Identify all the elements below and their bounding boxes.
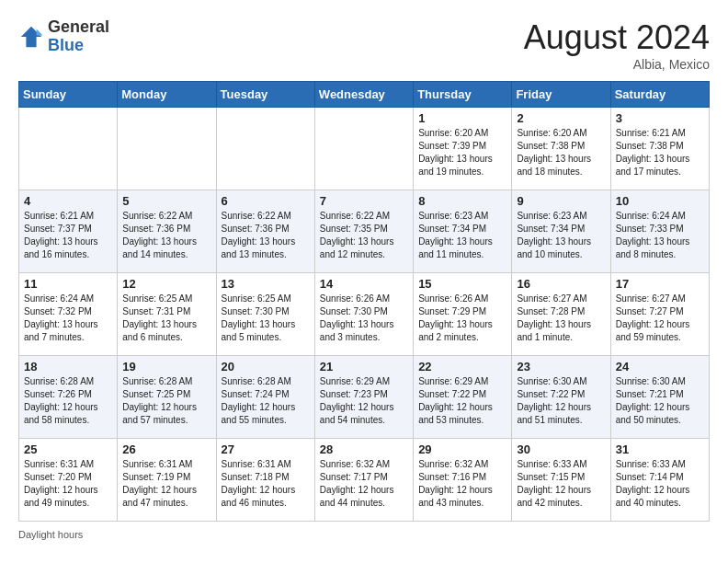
calendar-cell: 11Sunrise: 6:24 AM Sunset: 7:32 PM Dayli… <box>19 273 118 356</box>
calendar-cell: 31Sunrise: 6:33 AM Sunset: 7:14 PM Dayli… <box>610 439 709 522</box>
calendar-cell: 13Sunrise: 6:25 AM Sunset: 7:30 PM Dayli… <box>216 273 314 356</box>
day-number: 18 <box>24 360 112 373</box>
day-info: Sunrise: 6:22 AM Sunset: 7:36 PM Dayligh… <box>122 210 210 261</box>
day-info: Sunrise: 6:28 AM Sunset: 7:24 PM Dayligh… <box>222 375 310 427</box>
calendar-cell: 18Sunrise: 6:28 AM Sunset: 7:26 PM Dayli… <box>19 356 118 439</box>
calendar-cell <box>19 108 118 190</box>
day-number: 9 <box>517 194 605 208</box>
day-number: 7 <box>320 194 408 208</box>
day-info: Sunrise: 6:30 AM Sunset: 7:22 PM Dayligh… <box>517 375 605 427</box>
calendar-cell: 3Sunrise: 6:21 AM Sunset: 7:38 PM Daylig… <box>610 108 709 190</box>
calendar-cell: 22Sunrise: 6:29 AM Sunset: 7:22 PM Dayli… <box>414 356 512 439</box>
day-info: Sunrise: 6:23 AM Sunset: 7:34 PM Dayligh… <box>517 210 605 261</box>
day-number: 1 <box>418 111 506 125</box>
weekday-header-monday: Monday <box>118 82 216 108</box>
logo-general-text: General <box>48 17 109 36</box>
day-number: 17 <box>616 277 704 291</box>
day-info: Sunrise: 6:28 AM Sunset: 7:25 PM Dayligh… <box>122 375 210 427</box>
day-number: 16 <box>517 277 605 291</box>
day-info: Sunrise: 6:20 AM Sunset: 7:39 PM Dayligh… <box>418 127 506 178</box>
day-info: Sunrise: 6:29 AM Sunset: 7:23 PM Dayligh… <box>320 375 408 427</box>
day-number: 3 <box>616 111 704 125</box>
day-info: Sunrise: 6:33 AM Sunset: 7:15 PM Dayligh… <box>517 458 605 510</box>
calendar-week-row: 4Sunrise: 6:21 AM Sunset: 7:37 PM Daylig… <box>19 190 710 273</box>
calendar-cell: 29Sunrise: 6:32 AM Sunset: 7:16 PM Dayli… <box>414 439 512 522</box>
logo-icon <box>18 24 44 50</box>
day-number: 11 <box>24 277 112 291</box>
calendar-cell: 2Sunrise: 6:20 AM Sunset: 7:38 PM Daylig… <box>512 108 610 190</box>
calendar-cell: 4Sunrise: 6:21 AM Sunset: 7:37 PM Daylig… <box>19 190 118 273</box>
calendar-cell <box>118 108 216 190</box>
calendar-cell: 6Sunrise: 6:22 AM Sunset: 7:36 PM Daylig… <box>216 190 314 273</box>
day-number: 4 <box>24 194 112 208</box>
day-info: Sunrise: 6:22 AM Sunset: 7:36 PM Dayligh… <box>222 210 310 261</box>
page-header: General Blue August 2024 Albia, Mexico <box>18 18 710 72</box>
calendar-cell <box>314 108 413 190</box>
day-number: 20 <box>222 360 310 373</box>
day-number: 31 <box>616 442 704 456</box>
calendar-week-row: 18Sunrise: 6:28 AM Sunset: 7:26 PM Dayli… <box>19 356 710 439</box>
day-info: Sunrise: 6:32 AM Sunset: 7:17 PM Dayligh… <box>320 458 408 510</box>
calendar-header: SundayMondayTuesdayWednesdayThursdayFrid… <box>19 82 710 108</box>
calendar-week-row: 25Sunrise: 6:31 AM Sunset: 7:20 PM Dayli… <box>19 439 710 522</box>
day-info: Sunrise: 6:24 AM Sunset: 7:33 PM Dayligh… <box>616 210 704 261</box>
calendar-cell: 5Sunrise: 6:22 AM Sunset: 7:36 PM Daylig… <box>118 190 216 273</box>
calendar-cell: 30Sunrise: 6:33 AM Sunset: 7:15 PM Dayli… <box>512 439 610 522</box>
calendar-cell: 28Sunrise: 6:32 AM Sunset: 7:17 PM Dayli… <box>314 439 413 522</box>
calendar-cell: 1Sunrise: 6:20 AM Sunset: 7:39 PM Daylig… <box>414 108 512 190</box>
day-number: 14 <box>320 277 408 291</box>
calendar-cell: 27Sunrise: 6:31 AM Sunset: 7:18 PM Dayli… <box>216 439 314 522</box>
calendar-week-row: 1Sunrise: 6:20 AM Sunset: 7:39 PM Daylig… <box>19 108 710 190</box>
day-number: 27 <box>222 442 310 456</box>
calendar-cell: 20Sunrise: 6:28 AM Sunset: 7:24 PM Dayli… <box>216 356 314 439</box>
calendar-cell: 7Sunrise: 6:22 AM Sunset: 7:35 PM Daylig… <box>314 190 413 273</box>
footer: Daylight hours <box>18 529 710 540</box>
day-number: 23 <box>517 360 605 373</box>
calendar-table: SundayMondayTuesdayWednesdayThursdayFrid… <box>18 81 710 522</box>
weekday-header-row: SundayMondayTuesdayWednesdayThursdayFrid… <box>19 82 710 108</box>
day-info: Sunrise: 6:22 AM Sunset: 7:35 PM Dayligh… <box>320 210 408 261</box>
calendar-cell: 21Sunrise: 6:29 AM Sunset: 7:23 PM Dayli… <box>314 356 413 439</box>
day-info: Sunrise: 6:26 AM Sunset: 7:30 PM Dayligh… <box>320 293 408 344</box>
calendar-cell: 17Sunrise: 6:27 AM Sunset: 7:27 PM Dayli… <box>610 273 709 356</box>
calendar-cell: 9Sunrise: 6:23 AM Sunset: 7:34 PM Daylig… <box>512 190 610 273</box>
logo: General Blue <box>18 18 109 55</box>
calendar-body: 1Sunrise: 6:20 AM Sunset: 7:39 PM Daylig… <box>19 108 710 522</box>
svg-marker-1 <box>37 29 43 35</box>
weekday-header-friday: Friday <box>512 82 610 108</box>
day-number: 24 <box>616 360 704 373</box>
day-number: 30 <box>517 442 605 456</box>
location-subtitle: Albia, Mexico <box>524 57 710 72</box>
day-info: Sunrise: 6:31 AM Sunset: 7:18 PM Dayligh… <box>222 458 310 510</box>
calendar-week-row: 11Sunrise: 6:24 AM Sunset: 7:32 PM Dayli… <box>19 273 710 356</box>
calendar-cell: 24Sunrise: 6:30 AM Sunset: 7:21 PM Dayli… <box>610 356 709 439</box>
calendar-cell: 19Sunrise: 6:28 AM Sunset: 7:25 PM Dayli… <box>118 356 216 439</box>
day-info: Sunrise: 6:27 AM Sunset: 7:27 PM Dayligh… <box>616 293 704 344</box>
calendar-cell: 10Sunrise: 6:24 AM Sunset: 7:33 PM Dayli… <box>610 190 709 273</box>
day-number: 21 <box>320 360 408 373</box>
day-number: 10 <box>616 194 704 208</box>
month-title: August 2024 <box>524 18 710 57</box>
calendar-cell: 12Sunrise: 6:25 AM Sunset: 7:31 PM Dayli… <box>118 273 216 356</box>
day-info: Sunrise: 6:24 AM Sunset: 7:32 PM Dayligh… <box>24 293 112 344</box>
day-info: Sunrise: 6:21 AM Sunset: 7:38 PM Dayligh… <box>616 127 704 178</box>
day-info: Sunrise: 6:33 AM Sunset: 7:14 PM Dayligh… <box>616 458 704 510</box>
calendar-cell: 25Sunrise: 6:31 AM Sunset: 7:20 PM Dayli… <box>19 439 118 522</box>
day-number: 29 <box>418 442 506 456</box>
calendar-cell: 8Sunrise: 6:23 AM Sunset: 7:34 PM Daylig… <box>414 190 512 273</box>
daylight-label: Daylight hours <box>18 529 83 540</box>
day-info: Sunrise: 6:28 AM Sunset: 7:26 PM Dayligh… <box>24 375 112 427</box>
day-info: Sunrise: 6:31 AM Sunset: 7:20 PM Dayligh… <box>24 458 112 510</box>
day-number: 12 <box>122 277 210 291</box>
day-info: Sunrise: 6:32 AM Sunset: 7:16 PM Dayligh… <box>418 458 506 510</box>
day-info: Sunrise: 6:25 AM Sunset: 7:30 PM Dayligh… <box>222 293 310 344</box>
day-number: 25 <box>24 442 112 456</box>
weekday-header-tuesday: Tuesday <box>216 82 314 108</box>
day-info: Sunrise: 6:30 AM Sunset: 7:21 PM Dayligh… <box>616 375 704 427</box>
day-number: 28 <box>320 442 408 456</box>
calendar-cell: 15Sunrise: 6:26 AM Sunset: 7:29 PM Dayli… <box>414 273 512 356</box>
weekday-header-wednesday: Wednesday <box>314 82 413 108</box>
day-number: 2 <box>517 111 605 125</box>
svg-marker-0 <box>21 27 41 47</box>
day-number: 8 <box>418 194 506 208</box>
